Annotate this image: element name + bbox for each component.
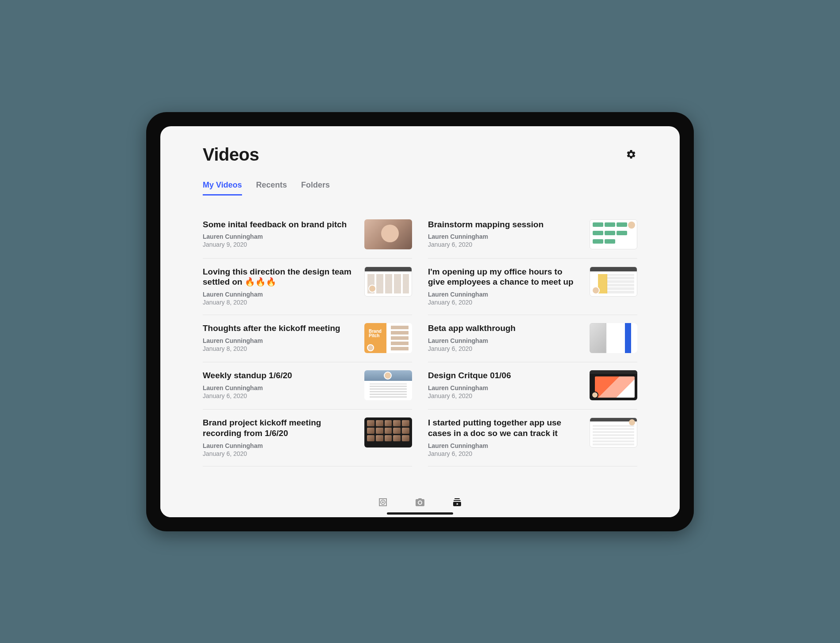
video-title: Some inital feedback on brand pitch — [203, 219, 356, 230]
video-author: Lauren Cunningham — [203, 442, 356, 449]
video-date: January 6, 2020 — [203, 392, 356, 399]
video-title: Design Critque 01/06 — [428, 370, 581, 381]
video-author: Lauren Cunningham — [203, 384, 356, 391]
video-item[interactable]: I started putting together app use cases… — [428, 410, 637, 466]
video-meta: Thoughts after the kickoff meeting Laure… — [203, 323, 356, 352]
video-author: Lauren Cunningham — [428, 291, 581, 298]
video-title: I'm opening up my office hours to give e… — [428, 267, 581, 288]
svg-rect-3 — [454, 500, 461, 501]
video-date: January 6, 2020 — [203, 450, 356, 457]
tab-my-videos[interactable]: My Videos — [203, 180, 242, 196]
video-item[interactable]: Brainstorm mapping session Lauren Cunnin… — [428, 211, 637, 259]
video-title: Loving this direction the design team se… — [203, 267, 356, 288]
video-thumbnail — [590, 417, 637, 447]
tab-bar: My Videos Recents Folders — [203, 180, 637, 196]
video-meta: Weekly standup 1/6/20 Lauren Cunningham … — [203, 370, 356, 399]
home-indicator[interactable] — [387, 512, 453, 515]
nav-record-button[interactable] — [377, 496, 389, 508]
video-item[interactable]: Design Critque 01/06 Lauren Cunningham J… — [428, 362, 637, 410]
video-meta: Some inital feedback on brand pitch Laur… — [203, 219, 356, 248]
tab-recents[interactable]: Recents — [256, 180, 287, 196]
video-title: Brand project kickoff meeting recording … — [203, 417, 356, 439]
video-item[interactable]: Brand project kickoff meeting recording … — [203, 410, 412, 466]
tablet-frame: Videos My Videos Recents Folders Some in… — [146, 112, 694, 531]
video-date: January 6, 2020 — [428, 450, 581, 457]
video-author: Lauren Cunningham — [428, 337, 581, 344]
video-author: Lauren Cunningham — [203, 233, 356, 240]
video-thumbnail — [364, 219, 412, 249]
video-title: Weekly standup 1/6/20 — [203, 370, 356, 381]
video-author: Lauren Cunningham — [428, 384, 581, 391]
tab-folders[interactable]: Folders — [301, 180, 330, 196]
video-author: Lauren Cunningham — [203, 291, 356, 298]
video-author: Lauren Cunningham — [428, 233, 581, 240]
video-thumbnail — [364, 370, 412, 400]
nav-library-button[interactable] — [451, 496, 463, 508]
camera-icon — [415, 497, 425, 508]
gear-icon — [626, 149, 636, 160]
nav-camera-button[interactable] — [414, 496, 426, 508]
video-title: Brainstorm mapping session — [428, 219, 581, 230]
app-screen: Videos My Videos Recents Folders Some in… — [160, 126, 680, 517]
video-thumbnail — [590, 219, 637, 249]
video-thumbnail — [590, 323, 637, 353]
video-author: Lauren Cunningham — [428, 442, 581, 449]
video-meta: Loving this direction the design team se… — [203, 267, 356, 306]
video-item[interactable]: Beta app walkthrough Lauren Cunningham J… — [428, 315, 637, 362]
video-thumbnail — [590, 267, 637, 297]
record-target-icon — [378, 497, 388, 508]
video-meta: Brainstorm mapping session Lauren Cunnin… — [428, 219, 581, 248]
settings-button[interactable] — [625, 148, 637, 161]
video-title: Thoughts after the kickoff meeting — [203, 323, 356, 334]
video-item[interactable]: Weekly standup 1/6/20 Lauren Cunningham … — [203, 362, 412, 410]
video-date: January 6, 2020 — [428, 345, 581, 352]
svg-point-1 — [382, 501, 384, 503]
video-thumbnail — [364, 267, 412, 297]
video-meta: I'm opening up my office hours to give e… — [428, 267, 581, 306]
video-meta: Design Critque 01/06 Lauren Cunningham J… — [428, 370, 581, 399]
video-thumbnail — [364, 417, 412, 447]
video-title: Beta app walkthrough — [428, 323, 581, 334]
video-date: January 6, 2020 — [428, 299, 581, 306]
video-item[interactable]: Thoughts after the kickoff meeting Laure… — [203, 315, 412, 362]
video-list: Some inital feedback on brand pitch Laur… — [203, 211, 637, 466]
video-date: January 8, 2020 — [203, 299, 356, 306]
main-content: Videos My Videos Recents Folders Some in… — [160, 126, 680, 487]
video-item[interactable]: Loving this direction the design team se… — [203, 259, 412, 316]
video-meta: Brand project kickoff meeting recording … — [203, 417, 356, 457]
video-date: January 6, 2020 — [428, 392, 581, 399]
page-title: Videos — [203, 145, 259, 165]
video-date: January 6, 2020 — [428, 241, 581, 248]
library-icon — [452, 497, 462, 508]
video-meta: Beta app walkthrough Lauren Cunningham J… — [428, 323, 581, 352]
video-title: I started putting together app use cases… — [428, 417, 581, 439]
header: Videos — [203, 145, 637, 165]
video-thumbnail: Brand Pitch — [364, 323, 412, 353]
video-item[interactable]: Some inital feedback on brand pitch Laur… — [203, 211, 412, 259]
video-date: January 9, 2020 — [203, 241, 356, 248]
video-date: January 8, 2020 — [203, 345, 356, 352]
thumbnail-text: Brand Pitch — [369, 329, 382, 338]
svg-rect-2 — [454, 498, 460, 499]
video-meta: I started putting together app use cases… — [428, 417, 581, 457]
video-author: Lauren Cunningham — [203, 337, 356, 344]
video-thumbnail — [590, 370, 637, 400]
video-item[interactable]: I'm opening up my office hours to give e… — [428, 259, 637, 316]
